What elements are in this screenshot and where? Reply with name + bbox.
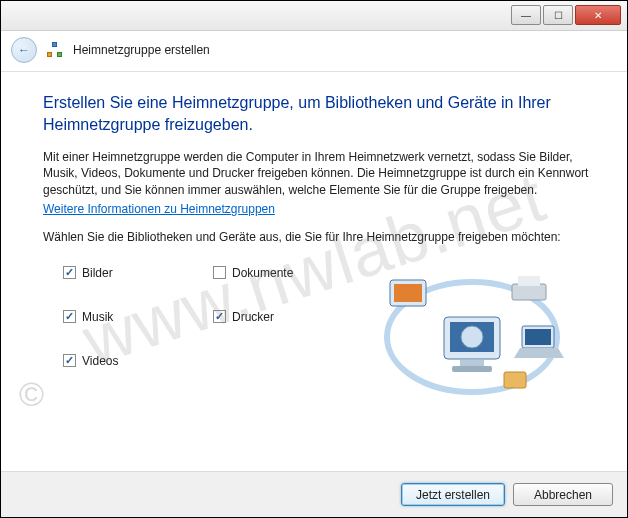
header-title: Heimnetzgruppe erstellen	[73, 43, 210, 57]
checkbox-drucker[interactable]: Drucker	[213, 310, 363, 324]
checkbox-dokumente[interactable]: Dokumente	[213, 266, 363, 280]
network-illustration	[363, 262, 591, 412]
create-button[interactable]: Jetzt erstellen	[401, 483, 505, 506]
checkbox-label: Dokumente	[232, 266, 293, 280]
svg-rect-8	[512, 284, 546, 300]
cancel-button[interactable]: Abbrechen	[513, 483, 613, 506]
main-heading: Erstellen Sie eine Heimnetzgruppe, um Bi…	[43, 92, 591, 135]
checkbox-label: Musik	[82, 310, 113, 324]
window-controls: — ☐ ✕	[511, 5, 621, 25]
svg-rect-5	[452, 366, 492, 372]
titlebar: — ☐ ✕	[1, 1, 627, 31]
checkbox-label: Videos	[82, 354, 118, 368]
checkbox-musik[interactable]: Musik	[63, 310, 213, 324]
selection-prompt: Wählen Sie die Bibliotheken und Geräte a…	[43, 230, 591, 244]
checkbox-icon	[63, 310, 76, 323]
svg-rect-11	[525, 329, 551, 345]
options-grid: Bilder Dokumente Musik Drucker Videos	[43, 262, 363, 368]
maximize-button[interactable]: ☐	[543, 5, 573, 25]
checkbox-label: Bilder	[82, 266, 113, 280]
homegroup-icon	[47, 42, 63, 58]
svg-rect-4	[460, 360, 484, 366]
wizard-header: ← Heimnetzgruppe erstellen	[1, 31, 627, 72]
svg-rect-13	[504, 372, 526, 388]
checkbox-videos[interactable]: Videos	[63, 354, 213, 368]
footer: Jetzt erstellen Abbrechen	[1, 471, 627, 517]
svg-point-3	[461, 326, 483, 348]
checkbox-icon	[63, 354, 76, 367]
checkbox-icon	[213, 310, 226, 323]
svg-rect-7	[394, 284, 422, 302]
checkbox-icon	[63, 266, 76, 279]
more-info-link[interactable]: Weitere Informationen zu Heimnetzgruppen	[43, 202, 275, 216]
content: Erstellen Sie eine Heimnetzgruppe, um Bi…	[1, 72, 627, 412]
back-button[interactable]: ←	[11, 37, 37, 63]
minimize-button[interactable]: —	[511, 5, 541, 25]
svg-rect-9	[518, 276, 540, 286]
checkbox-icon	[213, 266, 226, 279]
close-button[interactable]: ✕	[575, 5, 621, 25]
checkbox-label: Drucker	[232, 310, 274, 324]
description-text: Mit einer Heimnetzgruppe werden die Comp…	[43, 149, 591, 198]
svg-marker-12	[514, 348, 564, 358]
arrow-left-icon: ←	[18, 43, 30, 57]
checkbox-bilder[interactable]: Bilder	[63, 266, 213, 280]
